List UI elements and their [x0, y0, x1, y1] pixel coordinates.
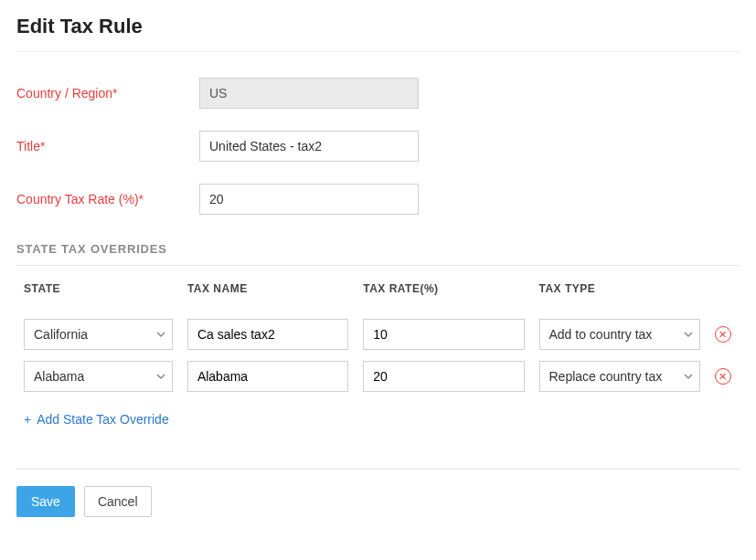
save-button[interactable]: Save: [16, 486, 75, 517]
tax-type-select[interactable]: Replace country tax: [539, 361, 700, 392]
tax-name-input[interactable]: [187, 319, 348, 350]
header-state: STATE: [16, 275, 180, 313]
cancel-button[interactable]: Cancel: [84, 486, 152, 517]
tax-rate-input[interactable]: [363, 319, 524, 350]
table-row: California Add to country tax: [16, 313, 740, 355]
page-title: Edit Tax Rule: [16, 15, 740, 38]
tax-name-input[interactable]: [187, 361, 348, 392]
overrides-divider: [16, 265, 740, 266]
tax-type-select-value: Add to country tax: [539, 319, 700, 350]
plus-icon: +: [24, 412, 31, 427]
country-label: Country / Region*: [16, 86, 199, 100]
delete-row-button[interactable]: ✕: [715, 368, 731, 385]
tax-rate-input[interactable]: [363, 361, 524, 392]
table-row: Alabama Replace country tax: [16, 355, 740, 397]
title-input[interactable]: [199, 131, 419, 162]
overrides-table: STATE TAX NAME TAX RATE(%) TAX TYPE Cali…: [16, 275, 740, 397]
country-field: Country / Region* US: [16, 78, 740, 109]
header-tax-type: TAX TYPE: [532, 275, 708, 313]
state-select[interactable]: Alabama: [24, 361, 173, 392]
overrides-header-row: STATE TAX NAME TAX RATE(%) TAX TYPE: [16, 275, 740, 313]
country-rate-field: Country Tax Rate (%)*: [16, 184, 740, 215]
header-tax-rate: TAX RATE(%): [356, 275, 531, 313]
footer-divider: [16, 469, 740, 470]
footer-buttons: Save Cancel: [16, 486, 740, 517]
tax-type-select-value: Replace country tax: [539, 361, 700, 392]
state-select-value: Alabama: [24, 361, 173, 392]
state-select-value: California: [24, 319, 173, 350]
country-value: US: [199, 78, 419, 109]
add-override-label: Add State Tax Override: [37, 412, 168, 427]
close-icon: ✕: [719, 371, 727, 383]
tax-type-select[interactable]: Add to country tax: [539, 319, 700, 350]
close-icon: ✕: [719, 329, 727, 341]
title-divider: [16, 51, 740, 52]
add-override-button[interactable]: + Add State Tax Override: [16, 412, 740, 427]
delete-row-button[interactable]: ✕: [715, 326, 731, 343]
country-rate-input[interactable]: [199, 184, 419, 215]
overrides-section-title: STATE TAX OVERRIDES: [16, 242, 740, 256]
title-field: Title*: [16, 131, 740, 162]
title-label: Title*: [16, 139, 199, 153]
state-select[interactable]: California: [24, 319, 173, 350]
header-tax-name: TAX NAME: [180, 275, 356, 313]
country-rate-label: Country Tax Rate (%)*: [16, 192, 199, 206]
